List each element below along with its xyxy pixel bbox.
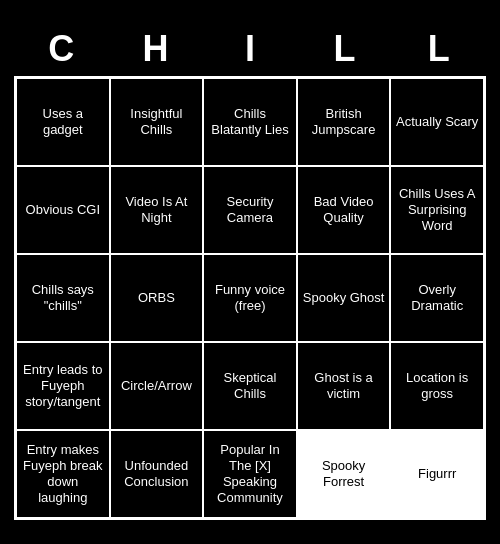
bingo-cell-21[interactable]: Unfounded Conclusion [110, 430, 204, 518]
header-letter-l1: L [297, 24, 391, 74]
bingo-cell-14[interactable]: Overly Dramatic [390, 254, 484, 342]
bingo-cell-7[interactable]: Security Camera [203, 166, 297, 254]
bingo-cell-18[interactable]: Ghost is a victim [297, 342, 391, 430]
bingo-cell-3[interactable]: British Jumpscare [297, 78, 391, 166]
header-letter-l2: L [392, 24, 486, 74]
bingo-cell-1[interactable]: Insightful Chills [110, 78, 204, 166]
bingo-cell-10[interactable]: Chills says "chills" [16, 254, 110, 342]
bingo-cell-2[interactable]: Chills Blatantly Lies [203, 78, 297, 166]
bingo-header: C H I L L [14, 24, 486, 74]
bingo-cell-11[interactable]: ORBS [110, 254, 204, 342]
bingo-cell-15[interactable]: Entry leads to Fuyeph story/tangent [16, 342, 110, 430]
bingo-cell-13[interactable]: Spooky Ghost [297, 254, 391, 342]
bingo-cell-23[interactable]: Spooky Forrest [297, 430, 391, 518]
bingo-cell-12[interactable]: Funny voice (free) [203, 254, 297, 342]
bingo-cell-17[interactable]: Skeptical Chills [203, 342, 297, 430]
bingo-cell-4[interactable]: Actually Scary [390, 78, 484, 166]
bingo-card: C H I L L Uses a gadgetInsightful Chills… [10, 20, 490, 524]
bingo-cell-6[interactable]: Video Is At Night [110, 166, 204, 254]
bingo-cell-22[interactable]: Popular In The [X] Speaking Community [203, 430, 297, 518]
bingo-cell-5[interactable]: Obvious CGI [16, 166, 110, 254]
header-letter-h: H [108, 24, 202, 74]
bingo-cell-8[interactable]: Bad Video Quality [297, 166, 391, 254]
bingo-cell-0[interactable]: Uses a gadget [16, 78, 110, 166]
header-letter-c: C [14, 24, 108, 74]
bingo-cell-9[interactable]: Chills Uses A Surprising Word [390, 166, 484, 254]
bingo-cell-16[interactable]: Circle/Arrow [110, 342, 204, 430]
bingo-cell-20[interactable]: Entry makes Fuyeph break down laughing [16, 430, 110, 518]
bingo-grid: Uses a gadgetInsightful ChillsChills Bla… [14, 76, 486, 520]
bingo-cell-24[interactable]: Figurrr [390, 430, 484, 518]
bingo-cell-19[interactable]: Location is gross [390, 342, 484, 430]
header-letter-i: I [203, 24, 297, 74]
